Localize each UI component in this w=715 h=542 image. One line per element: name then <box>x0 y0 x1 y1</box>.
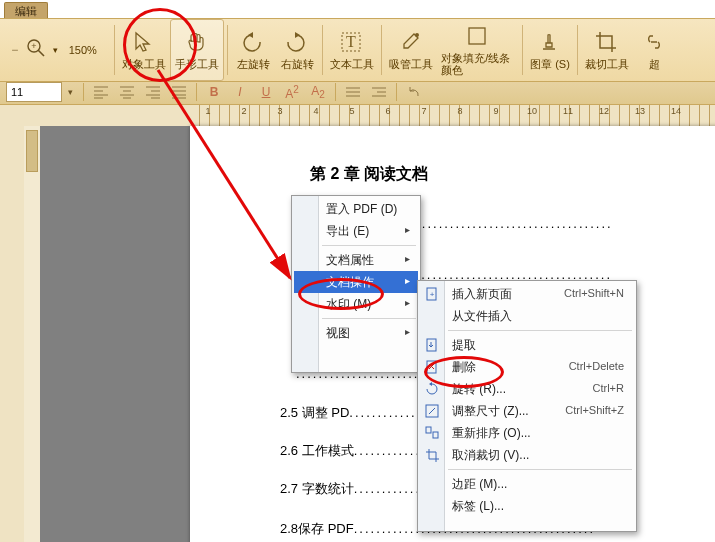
indent-button[interactable] <box>367 81 391 103</box>
rotate-left-button[interactable]: 左旋转 <box>231 20 275 80</box>
tab-bar: 编辑 <box>4 0 48 18</box>
svg-text:+: + <box>32 41 37 51</box>
extract-icon <box>424 337 440 353</box>
object-tool-button[interactable]: 对象工具 <box>118 20 170 80</box>
magnifier-icon: + <box>25 37 51 63</box>
subscript-icon: A2 <box>311 84 325 100</box>
menu-item-reorder[interactable]: 重新排序 (O)... <box>420 422 634 444</box>
line-spacing-button[interactable] <box>341 81 365 103</box>
svg-rect-13 <box>433 432 438 438</box>
undo-icon <box>406 85 422 99</box>
align-center-button[interactable] <box>115 81 139 103</box>
page-title: 第 2 章 阅读文档 <box>310 164 428 185</box>
zoom-group: − + ▾ 150% <box>0 19 111 81</box>
ribbon: − + ▾ 150% 对象工具 手形工具 左旋转 右旋转 T 文本工具 吸管工具… <box>0 18 715 82</box>
delete-page-icon <box>424 359 440 375</box>
text-icon: T <box>339 30 365 56</box>
cursor-icon <box>131 30 157 56</box>
menu-item-watermark[interactable]: 水印 (M) <box>294 293 418 315</box>
undo-button[interactable] <box>402 81 426 103</box>
fill-stroke-button[interactable]: 对象填充/线条颜色 <box>437 20 519 80</box>
menu-item-delete[interactable]: 删除 Ctrl+Delete <box>420 356 634 378</box>
rotate-right-button[interactable]: 右旋转 <box>275 20 319 80</box>
fill-icon <box>465 24 491 50</box>
menu-item-export[interactable]: 导出 (E) <box>294 220 418 242</box>
svg-rect-12 <box>426 427 431 433</box>
eyedropper-icon <box>398 30 424 56</box>
zoom-value[interactable]: 150% <box>62 44 103 56</box>
menu-item-tag[interactable]: 标签 (L)... <box>420 495 634 517</box>
menu-item-uncrop[interactable]: 取消裁切 (V)... <box>420 444 634 466</box>
line-spacing-icon <box>345 85 361 99</box>
align-left-icon <box>93 85 109 99</box>
align-right-button[interactable] <box>141 81 165 103</box>
rotate-page-icon <box>424 381 440 397</box>
vertical-scrollbar[interactable] <box>24 126 41 542</box>
horizontal-ruler: 12 34 56 78 910 1112 1314 <box>190 104 715 127</box>
svg-rect-6 <box>469 28 485 44</box>
menu-item-insert-new-page[interactable]: + 插入新页面 Ctrl+Shift+N <box>420 283 634 305</box>
subscript-button[interactable]: A2 <box>306 81 330 103</box>
indent-icon <box>371 85 387 99</box>
bold-button[interactable]: B <box>202 81 226 103</box>
menu-item-view[interactable]: 视图 <box>294 322 418 344</box>
crop-button[interactable]: 裁切工具 <box>581 20 633 80</box>
svg-text:+: + <box>430 290 435 299</box>
align-center-icon <box>119 85 135 99</box>
superscript-icon: A2 <box>285 84 299 101</box>
context-menu-doc: 置入 PDF (D) 导出 (E) 文档属性 文档操作 水印 (M) 视图 <box>291 195 421 373</box>
format-toolbar: ▾ B I U A2 A2 <box>0 80 715 105</box>
link-icon <box>642 30 668 56</box>
resize-icon <box>424 403 440 419</box>
hyperlink-button[interactable]: 超 <box>633 20 677 80</box>
stamp-button[interactable]: 图章 (S) <box>526 20 574 80</box>
minus-icon: − <box>11 43 18 57</box>
hand-icon <box>184 30 210 56</box>
chevron-down-icon: ▾ <box>53 45 58 55</box>
page-plus-icon: + <box>424 286 440 302</box>
svg-text:T: T <box>346 33 356 50</box>
reorder-icon <box>424 425 440 441</box>
rotate-right-icon <box>284 30 310 56</box>
context-menu-doc-ops: + 插入新页面 Ctrl+Shift+N 从文件插入 提取 删除 Ctrl+De… <box>417 280 637 532</box>
underline-icon: U <box>262 85 271 99</box>
eyedrop-tool-button[interactable]: 吸管工具 <box>385 20 437 80</box>
hand-tool-button[interactable]: 手形工具 <box>170 19 224 81</box>
align-left-button[interactable] <box>89 81 113 103</box>
menu-item-doc-props[interactable]: 文档属性 <box>294 249 418 271</box>
vertical-ruler <box>0 126 25 542</box>
underline-button[interactable]: U <box>254 81 278 103</box>
align-right-icon <box>145 85 161 99</box>
menu-item-resize[interactable]: 调整尺寸 (Z)... Ctrl+Shift+Z <box>420 400 634 422</box>
crop-icon <box>594 30 620 56</box>
menu-item-extract[interactable]: 提取 <box>420 334 634 356</box>
bold-icon: B <box>210 85 219 99</box>
text-tool-button[interactable]: T 文本工具 <box>326 20 378 80</box>
menu-item-rotate[interactable]: 旋转 (R)... Ctrl+R <box>420 378 634 400</box>
menu-item-place-pdf[interactable]: 置入 PDF (D) <box>294 198 418 220</box>
menu-item-doc-ops[interactable]: 文档操作 <box>294 271 418 293</box>
svg-point-5 <box>415 33 419 37</box>
scroll-thumb[interactable] <box>26 130 38 172</box>
menu-item-margin[interactable]: 边距 (M)... <box>420 473 634 495</box>
uncrop-icon <box>424 447 440 463</box>
italic-icon: I <box>238 85 241 99</box>
superscript-button[interactable]: A2 <box>280 81 304 103</box>
stamp-icon <box>537 30 563 56</box>
svg-line-1 <box>38 50 44 56</box>
zoom-in-button[interactable]: + ▾ <box>25 37 58 63</box>
rotate-left-icon <box>240 30 266 56</box>
italic-button[interactable]: I <box>228 81 252 103</box>
zoom-out-button[interactable]: − <box>9 39 20 61</box>
font-size-input[interactable] <box>6 82 62 102</box>
align-justify-button[interactable] <box>167 81 191 103</box>
align-justify-icon <box>171 85 187 99</box>
menu-item-insert-from-file[interactable]: 从文件插入 <box>420 305 634 327</box>
